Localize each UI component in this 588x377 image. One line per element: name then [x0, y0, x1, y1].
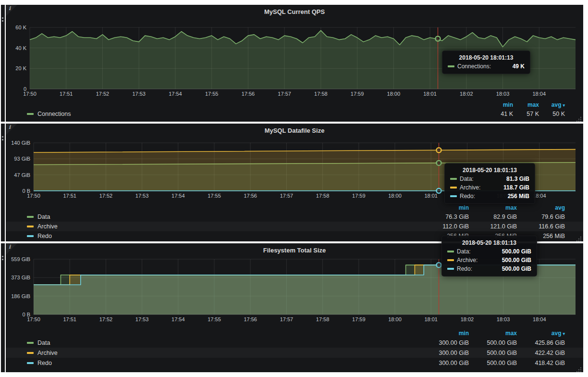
- svg-text:17:56: 17:56: [244, 316, 257, 322]
- legend-series-toggle[interactable]: Data: [27, 214, 50, 220]
- dashboard-column: i MySQL Current QPS 17:5017:5117:5217:53…: [6, 5, 583, 374]
- legend-series-toggle[interactable]: Connections: [27, 111, 71, 117]
- legend-stat-max: 57 K: [513, 111, 539, 117]
- svg-text:17:57: 17:57: [280, 316, 294, 322]
- resize-grip-icon[interactable]: [576, 235, 582, 240]
- panel-info-corner[interactable]: i: [6, 243, 17, 255]
- legend-series-toggle[interactable]: Redo: [27, 233, 52, 239]
- legend-series-label: Data: [37, 214, 50, 220]
- drag-handle-icon[interactable]: [2, 136, 3, 142]
- legend-stat-max: 82.9 GiB: [469, 214, 517, 220]
- tooltip-row: Redo: 500.00 GiB: [447, 265, 531, 272]
- svg-text:17:55: 17:55: [208, 316, 221, 322]
- svg-text:93 GiB: 93 GiB: [14, 156, 30, 162]
- svg-text:0 B: 0 B: [22, 312, 30, 317]
- svg-text:17:53: 17:53: [135, 193, 149, 199]
- graph-tooltip: 2018-05-20 18:01:13 Data: 81.3 GiB Archi…: [444, 163, 535, 204]
- caret-down-icon: ▾: [563, 103, 565, 108]
- legend-sort-avg[interactable]: avg▾: [539, 101, 565, 108]
- svg-text:17:51: 17:51: [63, 193, 76, 199]
- svg-text:17:55: 17:55: [205, 91, 219, 97]
- series-color-dash: [27, 235, 34, 237]
- legend-series-label: Redo: [37, 360, 52, 366]
- legend-sort-avg[interactable]: avg: [517, 204, 565, 211]
- svg-text:18:03: 18:03: [496, 91, 510, 97]
- series-color-dash: [27, 226, 34, 227]
- legend-series-label: Data: [37, 339, 50, 346]
- legend-stat-min: 300.00 GiB: [421, 339, 469, 346]
- svg-text:20 K: 20 K: [15, 65, 26, 71]
- legend-series-toggle[interactable]: Redo: [27, 360, 52, 366]
- legend-header: min max avg▾: [6, 101, 583, 109]
- svg-text:17:56: 17:56: [244, 193, 257, 199]
- panel-info-corner[interactable]: i: [6, 124, 17, 135]
- svg-text:47 GiB: 47 GiB: [14, 172, 30, 178]
- panel-filesystem-total-size: i Filesystem Total Size 17:5017:5117:521…: [6, 243, 583, 372]
- svg-text:18:01: 18:01: [423, 91, 437, 97]
- legend-series-toggle[interactable]: Archive: [27, 350, 58, 356]
- svg-text:17:58: 17:58: [316, 316, 330, 322]
- svg-text:17:52: 17:52: [99, 316, 113, 322]
- panel-title[interactable]: MySQL Current QPS: [6, 8, 583, 15]
- panel-info-corner[interactable]: i: [6, 5, 17, 16]
- caret-down-icon: ▾: [563, 331, 565, 336]
- legend-series-toggle[interactable]: Data: [27, 339, 50, 346]
- svg-text:17:54: 17:54: [169, 91, 182, 97]
- svg-text:559 GiB: 559 GiB: [11, 256, 30, 262]
- graph-tooltip: 2018-05-20 18:01:13 Connections: 49 K: [442, 50, 530, 74]
- legend-sort-min[interactable]: min: [487, 101, 513, 108]
- svg-text:17:51: 17:51: [63, 316, 76, 322]
- legend-series-label: Archive: [37, 350, 58, 356]
- series-color-dash: [447, 259, 454, 261]
- svg-text:18:00: 18:00: [388, 316, 402, 322]
- legend-stat-avg: 418.42 GiB: [517, 360, 565, 366]
- svg-text:17:57: 17:57: [278, 91, 291, 97]
- svg-text:17:56: 17:56: [242, 91, 255, 97]
- legend-row: Data 300.00 GiB 500.00 GiB 425.86 GiB: [6, 338, 583, 348]
- tooltip-timestamp: 2018-05-20 18:01:13: [447, 239, 531, 246]
- legend-sort-max[interactable]: max: [469, 330, 517, 337]
- tooltip-row: Connections: 49 K: [448, 63, 525, 70]
- series-color-dash: [27, 216, 34, 218]
- svg-text:140 GiB: 140 GiB: [11, 140, 30, 146]
- series-color-dash: [450, 195, 457, 197]
- drag-handle-icon[interactable]: [2, 256, 3, 262]
- panel-title[interactable]: MySQL Datafile Size: [6, 127, 583, 134]
- legend-stat-avg: 425.86 GiB: [517, 339, 565, 346]
- legend-sort-min[interactable]: min: [421, 204, 469, 211]
- legend-series-label: Redo: [37, 233, 52, 239]
- legend-stat-max: 500.00 GiB: [469, 360, 517, 366]
- svg-text:17:54: 17:54: [172, 193, 185, 199]
- tooltip-timestamp: 2018-05-20 18:01:13: [450, 167, 529, 174]
- legend-sort-max[interactable]: max: [513, 101, 539, 108]
- resize-grip-icon[interactable]: [576, 366, 582, 371]
- drag-handle-icon[interactable]: [2, 17, 3, 23]
- legend-sort-avg[interactable]: avg▾: [517, 330, 565, 337]
- series-color-dash: [447, 251, 454, 252]
- info-icon: i: [9, 124, 11, 130]
- series-color-dash: [27, 342, 34, 344]
- legend-row: Archive 112.0 GiB 121.0 GiB 116.6 GiB: [6, 222, 583, 231]
- series-color-dash: [450, 187, 457, 188]
- svg-text:0 B: 0 B: [22, 188, 30, 194]
- legend-header: min max avg▾: [6, 329, 583, 338]
- grafana-dashboard: i MySQL Current QPS 17:5017:5117:5217:53…: [0, 0, 588, 377]
- legend-row: Redo 300.00 GiB 500.00 GiB 418.42 GiB: [6, 358, 583, 368]
- legend-series-toggle[interactable]: Archive: [27, 223, 58, 230]
- legend-stat-avg: 79.6 GiB: [517, 214, 565, 220]
- legend-sort-max[interactable]: max: [469, 204, 517, 211]
- graph-tooltip: 2018-05-20 18:01:13 Data: 500.00 GiB Arc…: [441, 236, 537, 276]
- series-color-dash: [27, 362, 34, 364]
- svg-text:17:55: 17:55: [208, 193, 221, 199]
- legend-stat-avg: 116.6 GiB: [517, 223, 565, 230]
- svg-text:17:51: 17:51: [60, 91, 73, 97]
- tooltip-timestamp: 2018-05-20 18:01:13: [448, 54, 525, 61]
- svg-text:0: 0: [24, 86, 26, 92]
- legend-sort-min[interactable]: min: [421, 330, 469, 337]
- tooltip-row: Data: 500.00 GiB: [447, 248, 531, 255]
- tooltip-row: Data: 81.3 GiB: [450, 176, 529, 182]
- legend-stat-avg: 50 K: [539, 111, 565, 117]
- resize-grip-icon[interactable]: [576, 115, 582, 121]
- svg-text:17:58: 17:58: [316, 193, 330, 199]
- legend-stat-min: 300.00 GiB: [421, 360, 469, 366]
